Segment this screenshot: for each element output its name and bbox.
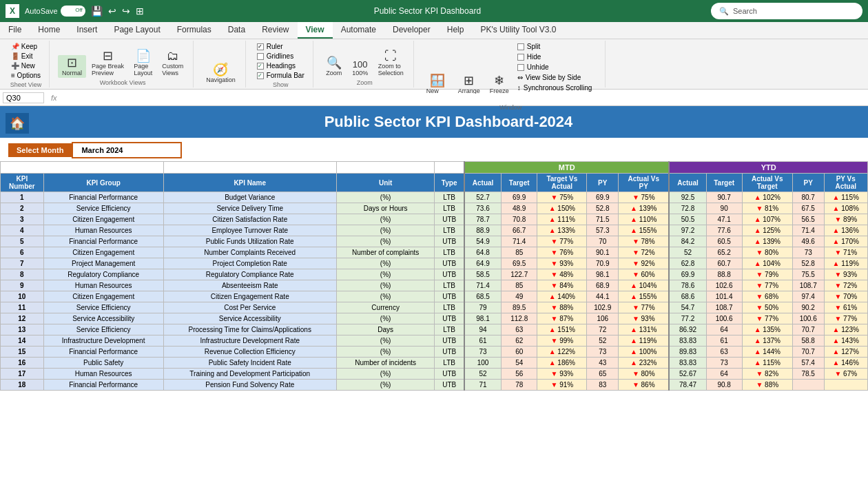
home-icon[interactable]: 🏠 bbox=[6, 113, 29, 134]
gridlines-checkbox[interactable]: Gridlines bbox=[254, 52, 307, 61]
table-cell: (%) bbox=[336, 236, 435, 247]
table-cell: 64.9 bbox=[464, 258, 502, 269]
exit-btn[interactable]: 🚪 Exit bbox=[8, 52, 43, 61]
keep-btn[interactable]: 📌 Keep bbox=[8, 42, 43, 51]
page-layout-btn[interactable]: 📄 Page Layout bbox=[130, 48, 156, 78]
redo-icon[interactable]: ↪ bbox=[122, 6, 130, 17]
table-cell: Employee Turnover Rate bbox=[163, 225, 336, 236]
ribbon-group-zoom: 🔍 Zoom 100 100% ⛶ Zoom to Selection Zoom bbox=[316, 41, 414, 87]
tab-developer[interactable]: Developer bbox=[384, 22, 439, 39]
headings-checkbox[interactable]: ✓ Headings bbox=[254, 61, 307, 70]
undo-icon[interactable]: ↩ bbox=[108, 6, 116, 17]
table-cell: ▲ 127% bbox=[824, 347, 868, 358]
th-target-vs-actual: Target Vs Actual bbox=[537, 174, 587, 192]
sync-scrolling-btn[interactable]: ↕ Synchronous Scrolling bbox=[515, 83, 599, 92]
zoom-btn[interactable]: 🔍 Zoom bbox=[322, 55, 347, 78]
tab-file[interactable]: File bbox=[0, 22, 30, 39]
table-cell: ▼ 67% bbox=[824, 369, 868, 380]
arrow-up-icon: ▲ bbox=[754, 348, 761, 355]
tab-help[interactable]: Help bbox=[439, 22, 473, 39]
th-empty4 bbox=[435, 162, 464, 174]
arrow-down-icon: ▼ bbox=[756, 370, 763, 378]
table-cell: 86.92 bbox=[669, 324, 706, 335]
table-cell: Number Complaints Received bbox=[163, 247, 336, 258]
tab-insert[interactable]: Insert bbox=[68, 22, 105, 39]
ruler-checkbox[interactable]: ✓ Ruler bbox=[254, 42, 307, 51]
view-side-by-side-btn[interactable]: ⇔ View Side by Side bbox=[515, 73, 599, 82]
navigation-btn[interactable]: 🧭 Navigation bbox=[202, 62, 240, 85]
table-cell: LTB bbox=[435, 280, 464, 291]
table-cell: 72.8 bbox=[669, 203, 706, 214]
formulabar-checkbox[interactable]: ✓ Formula Bar bbox=[254, 71, 307, 80]
tab-page-layout[interactable]: Page Layout bbox=[105, 22, 168, 39]
th-target: Target bbox=[502, 174, 537, 192]
search-box[interactable]: 🔍 Search bbox=[711, 3, 862, 19]
th-type: Type bbox=[435, 174, 464, 192]
ribbon-group-navigation: 🧭 Navigation bbox=[196, 41, 246, 87]
new-btn[interactable]: ➕ New bbox=[8, 61, 43, 70]
th-actual: Actual bbox=[464, 174, 502, 192]
zoom-selection-btn[interactable]: ⛶ Zoom to Selection bbox=[374, 48, 408, 78]
tab-review[interactable]: Review bbox=[254, 22, 297, 39]
hide-btn[interactable]: Hide bbox=[515, 52, 599, 61]
table-cell: ▲ 139% bbox=[742, 236, 792, 247]
table-cell bbox=[824, 380, 868, 391]
autosave-toggle[interactable] bbox=[61, 6, 85, 17]
tab-data[interactable]: Data bbox=[220, 22, 254, 39]
ruler-check-icon: ✓ bbox=[257, 43, 264, 50]
table-cell: ▲ 125% bbox=[742, 225, 792, 236]
grid-icon[interactable]: ⊞ bbox=[136, 6, 144, 17]
normal-btn[interactable]: ⊡ Normal bbox=[58, 55, 86, 78]
table-cell: ▲ 131% bbox=[619, 324, 670, 335]
table-row: 12Service AccessibilityService Accessibi… bbox=[1, 313, 868, 324]
tab-view[interactable]: View bbox=[298, 22, 333, 39]
table-cell: 12 bbox=[1, 313, 44, 324]
options-btn[interactable]: ≡ Options bbox=[8, 71, 43, 80]
table-cell: 57.4 bbox=[792, 358, 824, 369]
table-cell: 18 bbox=[1, 380, 44, 391]
table-cell: ▲ 135% bbox=[742, 324, 792, 335]
table-cell: 67.5 bbox=[792, 203, 824, 214]
arrow-up-icon: ▲ bbox=[833, 348, 840, 355]
page-break-btn[interactable]: ⊟ Page Break Preview bbox=[87, 48, 128, 78]
table-cell: Public Safety bbox=[43, 358, 163, 369]
tab-pks-utility[interactable]: PK's Utility Tool V3.0 bbox=[472, 22, 564, 39]
table-cell: 63 bbox=[502, 324, 537, 335]
save-icon[interactable]: 💾 bbox=[91, 6, 103, 17]
table-cell: ▼ 79% bbox=[742, 269, 792, 280]
table-cell: (%) bbox=[336, 313, 435, 324]
tab-automate[interactable]: Automate bbox=[333, 22, 384, 39]
table-cell: ▼ 78% bbox=[619, 236, 670, 247]
table-cell: 7 bbox=[1, 258, 44, 269]
table-cell: 47.1 bbox=[706, 214, 742, 225]
table-cell: 122.7 bbox=[502, 269, 537, 280]
zoom-100-btn[interactable]: 100 100% bbox=[348, 59, 373, 78]
unhide-btn[interactable]: Unhide bbox=[515, 63, 599, 72]
table-cell: Infrastructure Development Rate bbox=[163, 335, 336, 347]
table-cell: ▲ 107% bbox=[742, 214, 792, 225]
table-cell: 79 bbox=[464, 302, 502, 313]
arrow-down-icon: ▼ bbox=[756, 304, 763, 311]
tab-formulas[interactable]: Formulas bbox=[169, 22, 220, 39]
table-cell: ▼ 84% bbox=[537, 280, 587, 291]
select-month-btn[interactable]: Select Month bbox=[8, 143, 72, 157]
table-cell: ▼ 91% bbox=[537, 380, 587, 391]
split-btn[interactable]: Split bbox=[515, 42, 599, 51]
cell-reference[interactable] bbox=[3, 92, 44, 103]
table-cell: (%) bbox=[336, 214, 435, 225]
arrow-down-icon: ▼ bbox=[834, 315, 841, 322]
table-cell: ▲ 170% bbox=[824, 236, 868, 247]
month-input[interactable] bbox=[72, 142, 182, 158]
arrow-up-icon: ▲ bbox=[833, 260, 840, 267]
th-unit: Unit bbox=[336, 174, 435, 192]
table-cell: 60 bbox=[502, 347, 537, 358]
tab-home[interactable]: Home bbox=[30, 22, 68, 39]
formula-input[interactable] bbox=[64, 94, 865, 102]
arrow-down-icon: ▼ bbox=[550, 249, 557, 256]
table-cell: UTB bbox=[435, 236, 464, 247]
ribbon-group-sheet-view: 📌 Keep 🚪 Exit ➕ New ≡ Options Sheet View bbox=[3, 41, 50, 87]
custom-views-btn[interactable]: 🗂 Custom Views bbox=[158, 48, 187, 78]
arrow-up-icon: ▲ bbox=[630, 282, 637, 289]
table-cell: Citizen Engagement bbox=[43, 214, 163, 225]
arrow-up-icon: ▲ bbox=[630, 216, 637, 223]
